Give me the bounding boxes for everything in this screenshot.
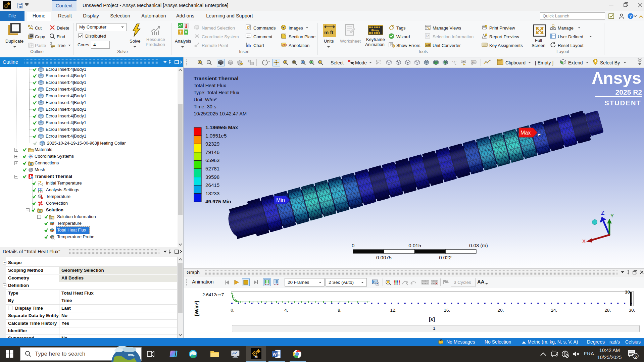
svg-text:2025 R2: 2025 R2 bbox=[615, 88, 642, 96]
svg-text:1.0551e5: 1.0551e5 bbox=[205, 133, 227, 139]
svg-text:W: W bbox=[273, 352, 277, 357]
svg-text:T=0: T=0 bbox=[38, 183, 43, 186]
svg-text:Unit: W/m²: Unit: W/m² bbox=[194, 97, 217, 102]
svg-text:10/25/2025 10:42:47 AM: 10/25/2025 10:42:47 AM bbox=[194, 111, 247, 116]
svg-text:Transient Thermal: Transient Thermal bbox=[194, 75, 239, 81]
svg-text:6: 6 bbox=[635, 354, 637, 359]
svg-text:Y: Y bbox=[610, 213, 614, 218]
svg-text:52781: 52781 bbox=[205, 166, 219, 171]
svg-text:49.975 Min: 49.975 Min bbox=[205, 199, 231, 204]
svg-text:39598: 39598 bbox=[205, 174, 219, 180]
svg-text:92329: 92329 bbox=[205, 141, 219, 147]
svg-text:Type: Total Heat Flux: Type: Total Heat Flux bbox=[194, 90, 240, 95]
svg-text:0: 0 bbox=[352, 243, 354, 248]
svg-text:Λnsys: Λnsys bbox=[592, 69, 641, 88]
svg-text:1.1869e5 Max: 1.1869e5 Max bbox=[205, 124, 238, 130]
svg-text:26415: 26415 bbox=[205, 182, 219, 188]
svg-text:0.0075: 0.0075 bbox=[376, 255, 392, 260]
svg-text:i↗: i↗ bbox=[426, 34, 430, 38]
svg-text:x,y,z: x,y,z bbox=[452, 60, 457, 63]
svg-text:Abc: Abc bbox=[282, 43, 287, 46]
svg-text:0.015: 0.015 bbox=[408, 243, 421, 248]
svg-text:M: M bbox=[254, 355, 257, 359]
svg-text:0.022: 0.022 bbox=[439, 255, 452, 260]
svg-text:Max: Max bbox=[521, 130, 531, 136]
svg-text:0.03 (m): 0.03 (m) bbox=[469, 243, 488, 248]
svg-text:?: ? bbox=[629, 14, 632, 19]
svg-text:Z: Z bbox=[601, 210, 604, 216]
svg-text:STUDENT: STUDENT bbox=[604, 99, 641, 107]
svg-text:Total Heat Flux: Total Heat Flux bbox=[194, 83, 226, 88]
svg-text:mft: mft bbox=[426, 44, 430, 47]
svg-text:Time: 30 s: Time: 30 s bbox=[194, 104, 216, 109]
svg-text:Abc: Abc bbox=[472, 61, 477, 63]
svg-text:13233: 13233 bbox=[205, 191, 219, 196]
svg-text:65963: 65963 bbox=[205, 157, 219, 163]
svg-text:Min: Min bbox=[276, 197, 285, 203]
svg-text:X: X bbox=[582, 238, 586, 244]
svg-text:79146: 79146 bbox=[205, 149, 219, 155]
svg-text:m ft: m ft bbox=[324, 30, 334, 35]
